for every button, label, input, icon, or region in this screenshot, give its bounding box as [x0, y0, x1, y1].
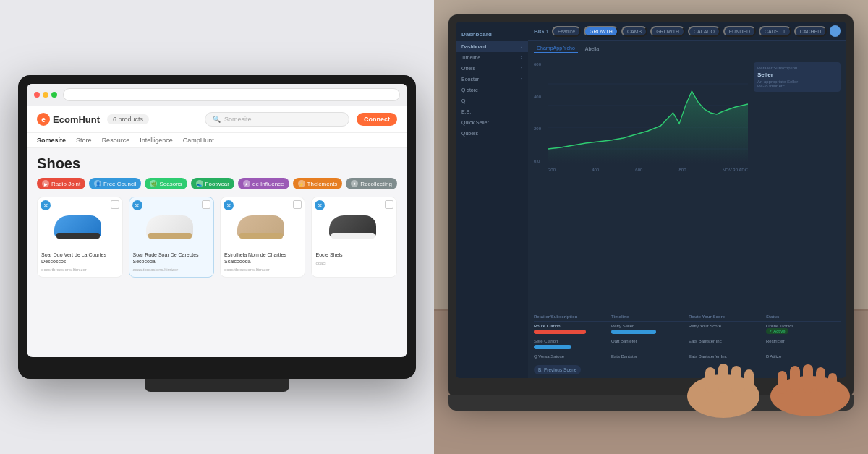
- nav-badge: 6 products: [107, 114, 149, 124]
- navbar: e EcomHunt 6 products 🔍 Somesite Connect: [27, 106, 407, 133]
- subnav-resource[interactable]: Resource: [102, 137, 130, 144]
- x-axis: 200 400 600 800 NOV 30 ADC: [548, 168, 748, 172]
- graph-main: 600 400 200 0.0: [534, 62, 748, 307]
- shoe-sole: [56, 233, 100, 239]
- card-checkbox-2[interactable]: [202, 200, 210, 209]
- sidebar-item-dashboard[interactable]: Dashboard ›: [456, 41, 528, 52]
- shoe-image-blue: [51, 205, 109, 241]
- sidebar-item-q[interactable]: Q: [456, 95, 528, 106]
- topbar-cached[interactable]: CACHED: [794, 26, 827, 37]
- previous-scene-button[interactable]: B. Previous Scene: [534, 365, 581, 374]
- left-finger-2: [718, 364, 728, 393]
- topbar-caust[interactable]: CAUST.1: [759, 26, 791, 37]
- address-bar[interactable]: [63, 88, 400, 101]
- card-meta-1: ocas.tbreasions.ltimizer: [41, 267, 118, 273]
- subnav-camphunt[interactable]: CampHunt: [183, 137, 214, 144]
- close-dot[interactable]: [34, 92, 40, 98]
- browser-bar: [27, 84, 407, 106]
- minimize-dot[interactable]: [43, 92, 48, 98]
- right-finger-3: [803, 364, 813, 393]
- right-finger-4: [816, 367, 825, 393]
- bar-red-1: [534, 330, 586, 334]
- right-panel: Dashboard Dashboard › Timeline › Offers …: [434, 0, 868, 454]
- topbar-funded[interactable]: FUNDED: [723, 26, 756, 37]
- chart-tab-champapp[interactable]: ChampApp Ycho: [534, 44, 578, 53]
- chip-footwear[interactable]: 👟 Footwear: [191, 178, 234, 189]
- topbar-camb[interactable]: CAMB: [621, 26, 647, 37]
- shoe-image-beige: [234, 205, 292, 241]
- graph-info-value: Seller: [757, 72, 837, 78]
- sidebar-item-qubers[interactable]: Qubers: [456, 128, 528, 139]
- card-meta-3: ocas.tbreasions.ltimizer: [224, 267, 301, 273]
- cell-3-1: Q Versa Satose: [534, 354, 608, 359]
- shoe-sole-beige: [239, 233, 283, 239]
- card-checkbox-3[interactable]: [293, 200, 302, 209]
- sidebar-header: Dashboard: [456, 27, 528, 41]
- chip-radio-joint[interactable]: ▶ Radio Joint: [37, 178, 85, 189]
- card-info-1: Soar Duo Vert de La Courtes Descoscos oc…: [38, 248, 122, 277]
- chevron-right-icon-3: ›: [521, 66, 522, 71]
- search-placeholder: Somesite: [224, 116, 252, 123]
- product-card-1: ✕ Soar Duo Vert de La Courtes Descoscos …: [37, 197, 122, 278]
- main-content: Shoes ▶ Radio Joint 👤 Free Council 🌿 Sea…: [27, 148, 407, 357]
- chip-influence[interactable]: ★ de Influence: [238, 178, 289, 189]
- card-checkbox-1[interactable]: [111, 200, 119, 209]
- nav-search[interactable]: 🔍 Somesite: [205, 112, 349, 127]
- chip-icon-radio: ▶: [42, 180, 49, 187]
- chart-tab-abella[interactable]: Abella: [582, 45, 602, 53]
- screen-left: e EcomHunt 6 products 🔍 Somesite Connect…: [27, 84, 407, 357]
- subnav-intelligence[interactable]: Intelligence: [140, 137, 173, 144]
- card-close-2[interactable]: ✕: [132, 200, 142, 210]
- chip-free-council[interactable]: 👤 Free Council: [89, 178, 141, 189]
- right-finger-5: [828, 373, 837, 393]
- chip-seasons[interactable]: 🌿 Seasons: [145, 178, 187, 189]
- product-card-4: ✕ Eocle Shels ocacl: [311, 197, 396, 278]
- graph-info-sub: An appropriate SellerRe-to their etc.: [757, 80, 837, 88]
- subnav-store[interactable]: Store: [76, 137, 92, 144]
- graph-side: Retailer/Subscription Seller An appropri…: [754, 62, 841, 307]
- card-title-2: Soar Rude Soar De Carectes Secocoda: [133, 252, 210, 265]
- sidebar-item-quickseller[interactable]: Quick Seller: [456, 117, 528, 128]
- maximize-dot[interactable]: [51, 92, 57, 98]
- chip-icon-recollecting: ♦: [351, 180, 358, 187]
- dark-sidebar: Dashboard Dashboard › Timeline › Offers …: [456, 22, 528, 378]
- sidebar-item-timeline[interactable]: Timeline ›: [456, 52, 528, 63]
- sidebar-item-offers[interactable]: Offers ›: [456, 63, 528, 74]
- chip-thelements[interactable]: ⚡ Thelements: [293, 178, 343, 189]
- chip-icon-thelements: ⚡: [298, 180, 305, 187]
- topbar-feature[interactable]: Feature: [552, 26, 581, 37]
- chart-tabs: ChampApp Ycho Abella: [528, 41, 846, 56]
- product-grid: ✕ Soar Duo Vert de La Courtes Descoscos …: [37, 197, 397, 278]
- card-close-3[interactable]: ✕: [224, 200, 234, 210]
- shoe-sole-tan: [148, 233, 192, 239]
- browser-dots: [34, 92, 57, 98]
- card-title-3: Estrolhela Nom de Charttes Scalcododa: [224, 252, 301, 265]
- subnav-somesite[interactable]: Somesite: [37, 137, 66, 144]
- hands-svg: [665, 280, 868, 425]
- topbar-growth2[interactable]: GROWTH: [650, 26, 685, 37]
- bar-blue-1: [611, 330, 656, 334]
- right-finger-1: [778, 371, 787, 394]
- shoe-sole-white: [331, 233, 375, 239]
- topbar-growth[interactable]: GROWTH: [584, 26, 618, 37]
- logo-text: EcomHunt: [53, 114, 100, 125]
- cell-1-1: Route Clarion: [534, 324, 608, 334]
- graph-info-label: Retailer/Subscription: [757, 66, 837, 70]
- sidebar-item-qstore[interactable]: Q store: [456, 85, 528, 95]
- left-panel: e EcomHunt 6 products 🔍 Somesite Connect…: [0, 0, 434, 454]
- product-card-2: ✕ Soar Rude Soar De Carectes Secocoda ac…: [129, 197, 214, 278]
- chip-recollecting[interactable]: ♦ Recollecting: [346, 178, 397, 189]
- sidebar-item-booster[interactable]: Booster ›: [456, 74, 528, 85]
- card-checkbox-4[interactable]: [385, 200, 393, 209]
- topbar-calado[interactable]: CALADO: [688, 26, 720, 37]
- filter-chips: ▶ Radio Joint 👤 Free Council 🌿 Seasons 👟…: [37, 178, 397, 189]
- sidebar-item-es[interactable]: E.S.: [456, 106, 528, 117]
- card-meta-2: acas.tbreasions.ltimizer: [133, 267, 210, 273]
- card-title-4: Eocle Shels: [315, 252, 392, 258]
- shoe-image-white: [142, 205, 200, 241]
- card-close-1[interactable]: ✕: [41, 200, 51, 210]
- chevron-right-icon-2: ›: [521, 55, 522, 60]
- connect-button[interactable]: Connect: [357, 113, 397, 126]
- card-info-3: Estrolhela Nom de Charttes Scalcododa oc…: [221, 248, 305, 277]
- bar-blue-2: [534, 345, 571, 349]
